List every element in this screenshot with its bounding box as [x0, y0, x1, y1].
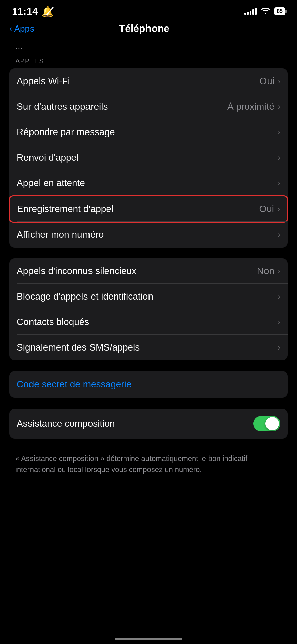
- back-label: Apps: [14, 23, 34, 34]
- report-sms-value: ›: [278, 343, 280, 352]
- row-block-id[interactable]: Blocage d'appels et identification ›: [9, 284, 288, 309]
- block-id-value: ›: [278, 292, 280, 301]
- reply-message-label: Répondre par message: [17, 127, 115, 138]
- navigation-bar: ‹ Apps Téléphone: [0, 20, 297, 40]
- row-show-number[interactable]: Afficher mon numéro ›: [9, 222, 288, 248]
- row-call-forwarding[interactable]: Renvoi d'appel ›: [9, 145, 288, 170]
- appels-group: Appels Wi-Fi Oui › Sur d'autres appareil…: [9, 68, 288, 248]
- blocking-group: Appels d'inconnus silencieux Non › Bloca…: [9, 258, 288, 360]
- call-forwarding-label: Renvoi d'appel: [17, 152, 78, 163]
- settings-content: ... APPELS Appels Wi-Fi Oui › Sur d'autr…: [0, 40, 297, 475]
- wifi-calls-label: Appels Wi-Fi: [17, 76, 70, 87]
- chevron-icon: ›: [278, 178, 280, 188]
- row-other-devices[interactable]: Sur d'autres appareils À proximité ›: [9, 94, 288, 119]
- blocked-contacts-label: Contacts bloqués: [17, 317, 89, 327]
- battery-icon: 85: [274, 7, 285, 15]
- partial-top-item: ...: [9, 40, 288, 55]
- call-recording-value: Oui ›: [259, 204, 280, 214]
- blocked-contacts-value: ›: [278, 317, 280, 327]
- mute-icon: 🔔̸: [41, 6, 54, 17]
- status-time-area: 11:14 🔔̸: [12, 6, 54, 17]
- wifi-icon: [261, 7, 270, 16]
- chevron-icon: ›: [278, 127, 280, 137]
- chevron-icon: ›: [278, 102, 280, 111]
- chevron-icon: ›: [277, 204, 280, 214]
- section-label-appels: APPELS: [9, 55, 288, 68]
- call-recording-label: Enregistrement d'appel: [17, 204, 113, 214]
- dial-assist-toggle-container: [253, 416, 280, 431]
- silence-unknown-label: Appels d'inconnus silencieux: [17, 266, 136, 276]
- chevron-icon: ›: [278, 317, 280, 327]
- row-blocked-contacts[interactable]: Contacts bloqués ›: [9, 309, 288, 335]
- reply-message-value: ›: [278, 127, 280, 137]
- chevron-icon: ›: [278, 230, 280, 239]
- other-devices-label: Sur d'autres appareils: [17, 101, 108, 112]
- call-forwarding-value: ›: [278, 153, 280, 162]
- status-icons: 85: [244, 7, 285, 16]
- row-call-waiting[interactable]: Appel en attente ›: [9, 170, 288, 196]
- dial-assist-note: « Assistance composition » détermine aut…: [9, 449, 288, 475]
- row-wifi-calls[interactable]: Appels Wi-Fi Oui ›: [9, 68, 288, 94]
- other-devices-value: À proximité ›: [227, 101, 280, 112]
- row-call-recording[interactable]: Enregistrement d'appel Oui ›: [9, 195, 288, 223]
- block-id-label: Blocage d'appels et identification: [17, 291, 153, 302]
- chevron-icon: ›: [278, 292, 280, 301]
- call-waiting-value: ›: [278, 178, 280, 188]
- chevron-icon: ›: [278, 153, 280, 162]
- page-title: Téléphone: [34, 23, 254, 34]
- row-reply-message[interactable]: Répondre par message ›: [9, 119, 288, 145]
- signal-icon: [244, 8, 257, 15]
- show-number-label: Afficher mon numéro: [17, 229, 104, 240]
- voicemail-code-label: Code secret de messagerie: [17, 379, 131, 389]
- back-button[interactable]: ‹ Apps: [9, 23, 34, 34]
- dial-assist-toggle[interactable]: [253, 416, 280, 431]
- row-report-sms[interactable]: Signalement des SMS/appels ›: [9, 335, 288, 360]
- back-chevron-icon: ‹: [9, 23, 12, 34]
- chevron-icon: ›: [278, 343, 280, 352]
- chevron-icon: ›: [278, 76, 280, 86]
- report-sms-label: Signalement des SMS/appels: [17, 342, 140, 353]
- wifi-calls-value: Oui ›: [259, 76, 280, 87]
- call-waiting-label: Appel en attente: [17, 178, 85, 189]
- dial-assist-label: Assistance composition: [17, 418, 115, 429]
- status-bar: 11:14 🔔̸ 85: [0, 0, 297, 20]
- dial-assist-group: Assistance composition: [9, 409, 288, 439]
- row-silence-unknown[interactable]: Appels d'inconnus silencieux Non ›: [9, 258, 288, 284]
- row-dial-assist[interactable]: Assistance composition: [9, 409, 288, 439]
- toggle-thumb: [265, 417, 279, 430]
- home-indicator: [115, 638, 182, 640]
- silence-unknown-value: Non ›: [257, 266, 280, 276]
- show-number-value: ›: [278, 230, 280, 239]
- chevron-icon: ›: [278, 266, 280, 276]
- time-display: 11:14: [12, 6, 38, 17]
- voicemail-code-row[interactable]: Code secret de messagerie: [9, 371, 288, 398]
